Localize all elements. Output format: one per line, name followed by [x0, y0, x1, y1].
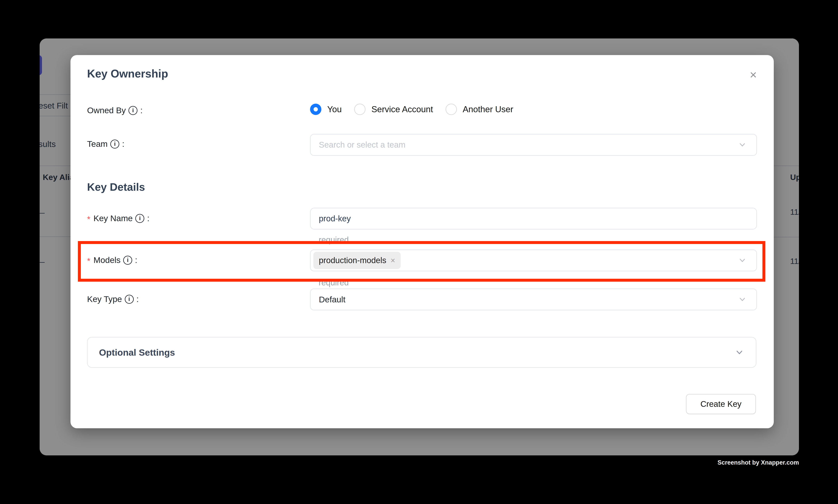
team-label: Team i : — [87, 139, 124, 149]
key-name-label: * Key Name i : — [87, 214, 149, 223]
radio-service-account[interactable]: Service Account — [354, 104, 433, 115]
radio-unselected-icon[interactable] — [446, 104, 457, 115]
key-name-required-hint: required — [319, 235, 349, 245]
owned-by-label: Owned By i : — [87, 106, 143, 115]
info-icon[interactable]: i — [128, 106, 138, 115]
selected-model-tag-label: production-models — [319, 256, 387, 265]
chevron-down-icon — [738, 141, 747, 149]
info-icon[interactable]: i — [135, 214, 144, 223]
watermark-text: Screenshot by Xnapper.com — [717, 459, 799, 466]
info-icon[interactable]: i — [125, 295, 134, 304]
team-select[interactable]: Search or select a team — [310, 134, 757, 156]
remove-tag-icon[interactable]: × — [391, 256, 395, 264]
owned-by-radio-group: You Service Account Another User — [310, 104, 513, 115]
selected-model-tag: production-models × — [314, 252, 400, 269]
chevron-down-icon — [738, 295, 747, 304]
screenshot-canvas: eset Filt sults Key Alia – – Up 11/ 11/ … — [0, 0, 838, 504]
radio-selected-icon[interactable] — [310, 104, 321, 115]
models-required-hint: required — [319, 278, 349, 287]
key-name-field[interactable] — [310, 208, 757, 230]
radio-unselected-icon[interactable] — [354, 104, 365, 115]
optional-settings-title: Optional Settings — [99, 347, 175, 358]
required-asterisk: * — [87, 256, 90, 266]
models-select[interactable]: production-models × — [310, 250, 757, 271]
key-type-label: Key Type i : — [87, 294, 139, 304]
info-icon[interactable]: i — [110, 140, 119, 148]
key-type-value: Default — [319, 295, 345, 304]
info-icon[interactable]: i — [123, 256, 132, 265]
close-icon[interactable]: × — [747, 68, 760, 81]
chevron-down-icon — [738, 256, 747, 265]
create-key-button[interactable]: Create Key — [686, 394, 756, 414]
required-asterisk: * — [87, 214, 90, 224]
create-key-modal: Key Ownership × Owned By i : You Service… — [70, 55, 774, 428]
key-details-heading: Key Details — [87, 181, 145, 193]
radio-you[interactable]: You — [310, 104, 342, 115]
team-select-placeholder: Search or select a team — [319, 140, 406, 149]
optional-settings-accordion[interactable]: Optional Settings — [87, 337, 756, 368]
key-type-select[interactable]: Default — [310, 288, 757, 310]
radio-another-user[interactable]: Another User — [446, 104, 513, 115]
key-name-input[interactable] — [319, 214, 713, 223]
chevron-down-icon — [735, 348, 744, 357]
models-label: * Models i : — [87, 255, 137, 265]
modal-title: Key Ownership — [87, 67, 168, 80]
